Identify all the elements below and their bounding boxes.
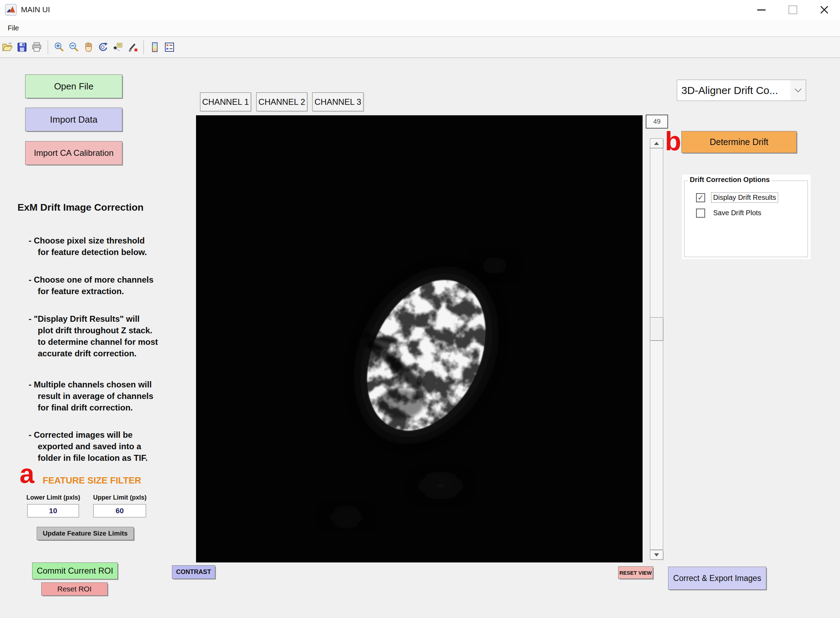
lower-limit-label: Lower Limit (pxls) (24, 494, 82, 501)
chevron-down-icon (790, 80, 806, 101)
save-drift-plots-label: Save Drift Plots (711, 208, 763, 218)
mode-select[interactable]: 3D-Aligner Drift Co... (677, 80, 806, 101)
tab-channel-1[interactable]: CHANNEL 1 (200, 92, 251, 111)
instruction-bullet: - "Display Drift Results" will plot drif… (29, 313, 195, 359)
annotation-a: a (19, 461, 34, 487)
print-icon[interactable] (29, 40, 44, 55)
display-drift-results-option[interactable]: ✓ Display Drift Results (696, 193, 778, 202)
save-drift-plots-option[interactable]: Save Drift Plots (696, 208, 763, 218)
commit-current-roi-button[interactable]: Commit Current ROI (32, 563, 118, 579)
matlab-logo-icon (5, 4, 17, 16)
open-file-button[interactable]: Open File (25, 74, 122, 98)
contrast-button[interactable]: CONTRAST (172, 565, 215, 579)
scrollbar-thumb[interactable] (650, 317, 663, 341)
open-file-icon[interactable] (0, 40, 15, 55)
close-icon (820, 5, 829, 14)
update-feature-size-limits-button[interactable]: Update Feature Size Limits (37, 527, 134, 540)
reset-view-button[interactable]: RESET VIEW (618, 566, 653, 579)
scroll-up-button[interactable] (650, 138, 663, 148)
reset-roi-button[interactable]: Reset ROI (41, 582, 108, 596)
close-button[interactable] (809, 0, 840, 19)
save-icon[interactable] (15, 40, 29, 55)
instruction-bullet: - Choose pixel size threshold for featur… (29, 235, 195, 258)
import-data-button[interactable]: Import Data (25, 108, 122, 131)
check-glyph: ✓ (697, 194, 704, 202)
scrollbar-track[interactable] (650, 148, 663, 550)
maximize-icon (788, 5, 797, 14)
window-controls (746, 0, 840, 19)
checkbox-unchecked-icon[interactable] (696, 209, 705, 218)
zoom-in-icon[interactable] (52, 40, 66, 55)
checkbox-checked-icon[interactable]: ✓ (696, 193, 705, 202)
colorbar-icon[interactable] (147, 40, 162, 55)
feature-size-filter-title: FEATURE SIZE FILTER (43, 475, 141, 486)
figure-toolbar (0, 36, 840, 58)
scroll-down-button[interactable] (650, 550, 663, 560)
menu-bar: File (0, 19, 840, 36)
upper-limit-label: Upper Limit (pxls) (90, 494, 150, 501)
window-title: MAIN UI (21, 5, 50, 14)
z-slice-scrollbar (650, 138, 664, 560)
maximize-button[interactable] (777, 0, 809, 19)
title-bar: MAIN UI (0, 0, 840, 19)
tab-channel-3[interactable]: CHANNEL 3 (312, 92, 364, 111)
toolbar-separator (143, 40, 144, 54)
mode-select-value: 3D-Aligner Drift Co... (681, 85, 790, 97)
group-box-legend: Drift Correction Options (688, 176, 772, 184)
microscopy-image-canvas[interactable] (196, 115, 642, 563)
instruction-bullet: - Corrected images will be exported and … (29, 429, 195, 464)
minimize-button[interactable] (746, 0, 777, 19)
brush-icon[interactable] (125, 40, 140, 55)
toolbar-separator (48, 40, 48, 54)
instruction-bullet: - Choose one of more channels for featur… (29, 274, 195, 297)
zoom-out-icon[interactable] (66, 40, 81, 55)
annotation-b: b (665, 128, 681, 154)
drift-correction-options-panel: Drift Correction Options ✓ Display Drift… (682, 175, 811, 259)
lower-limit-input[interactable] (27, 504, 79, 517)
arrow-up-icon (654, 142, 659, 145)
upper-limit-input[interactable] (93, 504, 146, 517)
determine-drift-button[interactable]: Determine Drift (681, 131, 797, 153)
menu-file[interactable]: File (6, 23, 21, 34)
main-window: MAIN UI File (0, 0, 840, 618)
correct-and-export-images-button[interactable]: Correct & Export Images (668, 567, 766, 590)
pan-icon[interactable] (81, 40, 96, 55)
display-drift-results-label: Display Drift Results (711, 193, 778, 202)
import-ca-calibration-button[interactable]: Import CA Calibration (25, 141, 122, 165)
page-title: ExM Drift Image Correction (18, 202, 144, 213)
tab-channel-2[interactable]: CHANNEL 2 (256, 92, 308, 111)
minimize-icon (757, 9, 766, 10)
instruction-bullet: - Multiple channels chosen will result i… (29, 379, 195, 413)
arrow-down-icon (654, 553, 659, 557)
group-box-border (684, 181, 808, 257)
data-cursor-icon[interactable] (110, 40, 125, 55)
rotate-3d-icon[interactable] (96, 40, 110, 55)
insert-legend-icon[interactable] (162, 40, 177, 55)
